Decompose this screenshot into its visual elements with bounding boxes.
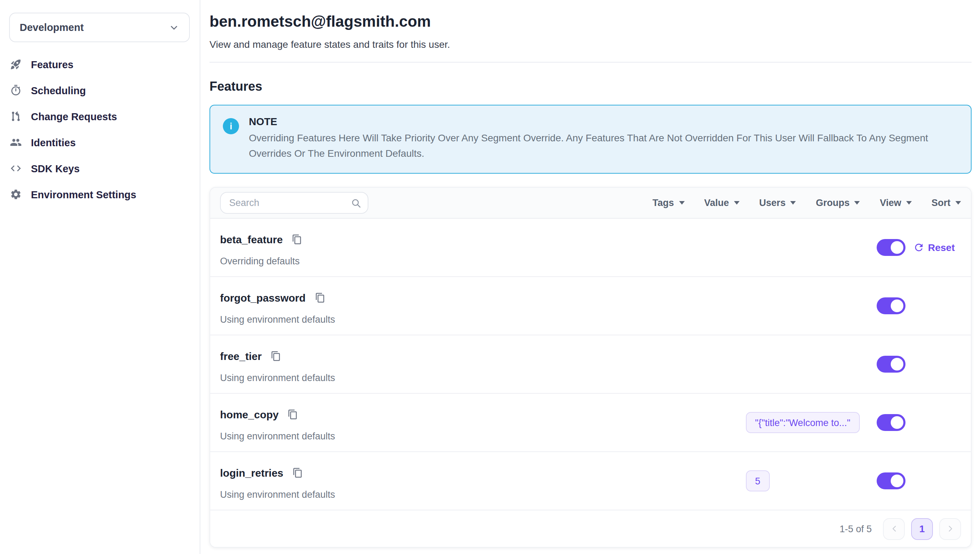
sidebar-item-label: Identities xyxy=(31,137,76,148)
filter-label: Value xyxy=(704,197,729,208)
filter-view[interactable]: View xyxy=(880,197,912,208)
copy-icon[interactable] xyxy=(292,234,302,245)
pagination-next-button[interactable] xyxy=(939,518,961,540)
features-heading: Features xyxy=(210,80,972,94)
copy-icon[interactable] xyxy=(288,409,298,420)
features-toolbar: Tags Value Users Groups View Sort xyxy=(210,188,971,219)
pagination: 1-5 of 5 1 xyxy=(210,510,971,547)
sidebar-item-label: Features xyxy=(31,59,73,70)
toggle-knob xyxy=(891,474,904,487)
search-icon xyxy=(351,197,361,208)
environment-select[interactable]: Development xyxy=(9,13,190,42)
search-input[interactable] xyxy=(220,192,368,214)
caret-down-icon xyxy=(854,201,860,205)
rocket-icon xyxy=(9,58,22,71)
feature-name: login_retries xyxy=(220,467,283,479)
feature-value-chip[interactable]: 5 xyxy=(746,470,770,492)
feature-toggle[interactable] xyxy=(877,298,905,314)
chevron-down-icon xyxy=(169,22,179,33)
feature-row-free-tier[interactable]: free_tier Using environment defaults xyxy=(210,335,971,394)
filter-users[interactable]: Users xyxy=(759,197,796,208)
pagination-prev-button[interactable] xyxy=(883,518,905,540)
app: Development Features Scheduling xyxy=(0,0,980,554)
copy-icon[interactable] xyxy=(315,293,325,303)
toggle-knob xyxy=(891,299,904,312)
feature-toggle[interactable] xyxy=(877,356,905,373)
feature-toggle[interactable] xyxy=(877,473,905,489)
chevron-right-icon xyxy=(945,524,955,533)
feature-row-beta-feature[interactable]: beta_feature Overriding defaults Reset xyxy=(210,219,971,277)
sidebar-item-features[interactable]: Features xyxy=(9,51,190,77)
pagination-page-1-button[interactable]: 1 xyxy=(911,518,933,540)
feature-status: Using environment defaults xyxy=(220,431,335,441)
info-icon: i xyxy=(223,118,239,134)
feature-toggle[interactable] xyxy=(877,414,905,431)
people-icon xyxy=(9,136,22,149)
filter-label: Tags xyxy=(652,197,674,208)
sidebar: Development Features Scheduling xyxy=(0,0,200,554)
filter-sort[interactable]: Sort xyxy=(931,197,961,208)
page-title: ben.rometsch@flagsmith.com xyxy=(210,13,972,31)
note-text: Overriding Features Here Will Take Prior… xyxy=(249,130,958,161)
feature-name: free_tier xyxy=(220,350,261,362)
filter-value[interactable]: Value xyxy=(704,197,740,208)
reset-label: Reset xyxy=(928,242,955,253)
feature-status: Using environment defaults xyxy=(220,489,335,500)
caret-down-icon xyxy=(906,201,912,205)
sidebar-item-scheduling[interactable]: Scheduling xyxy=(9,77,190,103)
divider xyxy=(210,62,972,62)
filter-label: Users xyxy=(759,197,786,208)
caret-down-icon xyxy=(955,201,961,205)
code-icon xyxy=(9,162,22,175)
feature-status: Using environment defaults xyxy=(220,314,335,325)
copy-icon[interactable] xyxy=(293,468,303,478)
features-panel: Tags Value Users Groups View Sort beta_f… xyxy=(210,187,972,548)
feature-row-forgot-password[interactable]: forgot_password Using environment defaul… xyxy=(210,277,971,335)
sidebar-item-label: Environment Settings xyxy=(31,189,136,200)
feature-name: beta_feature xyxy=(220,233,283,245)
feature-value-chip[interactable]: "{"title":"Welcome to..." xyxy=(746,412,859,433)
filter-label: View xyxy=(880,197,901,208)
pull-request-icon xyxy=(9,110,22,123)
feature-name: forgot_password xyxy=(220,292,305,304)
sidebar-item-label: SDK Keys xyxy=(31,163,80,174)
stopwatch-icon xyxy=(9,84,22,97)
filter-groups[interactable]: Groups xyxy=(816,197,860,208)
sidebar-item-sdk-keys[interactable]: SDK Keys xyxy=(9,155,190,181)
feature-toggle[interactable] xyxy=(877,239,905,256)
toggle-knob xyxy=(891,358,904,371)
search-wrap xyxy=(220,192,368,214)
environment-select-value: Development xyxy=(20,22,84,33)
filter-label: Sort xyxy=(931,197,950,208)
chevron-left-icon xyxy=(889,524,899,533)
note-banner: i NOTE Overriding Features Here Will Tak… xyxy=(210,105,972,174)
note-content: NOTE Overriding Features Here Will Take … xyxy=(249,116,958,161)
main-content: ben.rometsch@flagsmith.com View and mana… xyxy=(200,0,980,554)
filter-tags[interactable]: Tags xyxy=(652,197,684,208)
feature-status: Using environment defaults xyxy=(220,373,335,383)
sidebar-item-label: Change Requests xyxy=(31,111,117,122)
copy-icon[interactable] xyxy=(270,351,281,361)
page-subtitle: View and manage feature states and trait… xyxy=(210,39,972,50)
reset-button[interactable]: Reset xyxy=(913,242,955,253)
sidebar-nav: Features Scheduling Change Requests xyxy=(9,51,190,207)
toggle-knob xyxy=(891,416,904,429)
feature-row-login-retries[interactable]: login_retries Using environment defaults… xyxy=(210,452,971,510)
sidebar-item-identities[interactable]: Identities xyxy=(9,129,190,155)
pagination-range: 1-5 of 5 xyxy=(839,524,872,534)
caret-down-icon xyxy=(791,201,796,205)
toggle-knob xyxy=(891,241,904,254)
sidebar-item-change-requests[interactable]: Change Requests xyxy=(9,103,190,129)
note-title: NOTE xyxy=(249,116,958,127)
caret-down-icon xyxy=(734,201,740,205)
filter-label: Groups xyxy=(816,197,850,208)
feature-name: home_copy xyxy=(220,409,279,420)
gear-icon xyxy=(9,188,22,201)
sidebar-item-environment-settings[interactable]: Environment Settings xyxy=(9,181,190,207)
refresh-icon xyxy=(913,242,924,253)
feature-status: Overriding defaults xyxy=(220,256,300,266)
filters: Tags Value Users Groups View Sort xyxy=(652,197,961,208)
caret-down-icon xyxy=(679,201,684,205)
feature-row-home-copy[interactable]: home_copy Using environment defaults "{"… xyxy=(210,394,971,452)
sidebar-item-label: Scheduling xyxy=(31,85,86,96)
